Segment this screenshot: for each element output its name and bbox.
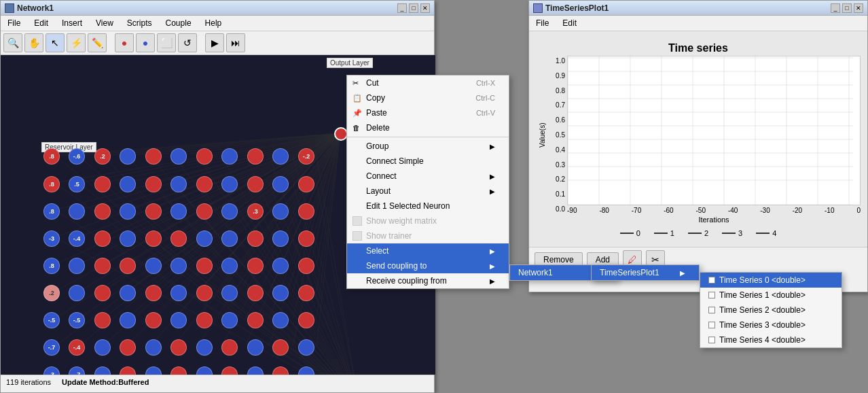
neuron-r8c10[interactable] [272, 339, 289, 356]
neuron-r5c9[interactable] [247, 258, 264, 274]
refresh-button[interactable]: ↺ [178, 33, 197, 52]
neuron-r4c11[interactable] [298, 230, 314, 247]
neuron-r8c2[interactable]: -.4 [69, 339, 85, 356]
ctx-group[interactable]: Group ▶ [347, 139, 509, 154]
neuron-r2c5[interactable] [145, 176, 162, 192]
ts-item-2[interactable]: Time Series 2 <double> [700, 303, 842, 318]
zoom-in-button[interactable]: 🔍 [3, 33, 22, 52]
submenu-timeseriesplot1[interactable]: TimeSeriesPlot1 ▶ [592, 265, 699, 280]
neuron-r8c5[interactable] [145, 339, 162, 356]
neuron-r4c6[interactable] [170, 230, 187, 247]
neuron-r8c9[interactable] [247, 339, 264, 356]
neuron-r3c9[interactable]: .3 [247, 203, 264, 220]
menu-scripts[interactable]: Scripts [123, 17, 156, 29]
neuron-r1c4[interactable] [120, 148, 136, 165]
neuron-r5c2[interactable] [69, 258, 85, 274]
neuron-r5c3[interactable] [94, 258, 111, 274]
ts-menu-file[interactable]: File [532, 17, 553, 29]
ctx-copy[interactable]: 📋 Copy Ctrl-C [347, 90, 509, 105]
neuron-r9c3[interactable] [94, 366, 111, 375]
neuron-r3c11[interactable] [298, 203, 314, 220]
select-button[interactable]: ↖ [46, 33, 65, 52]
ts-menu-edit[interactable]: Edit [558, 17, 581, 29]
neuron-r2c4[interactable] [120, 176, 136, 192]
neuron-r8c7[interactable] [196, 339, 213, 356]
neuron-r1c1[interactable]: .8 [43, 148, 60, 165]
neuron-r7c3[interactable] [94, 312, 111, 328]
ctx-send-coupling[interactable]: Send coupling to ▶ [347, 258, 509, 273]
close-button[interactable]: ✕ [420, 3, 430, 13]
neuron-r2c8[interactable] [221, 176, 238, 192]
neuron-r1c10[interactable] [272, 148, 289, 165]
menu-help[interactable]: Help [201, 17, 226, 29]
neuron-r8c8[interactable] [221, 339, 238, 356]
menu-edit[interactable]: Edit [30, 17, 52, 29]
neuron-r4c3[interactable] [94, 230, 111, 247]
neuron-r7c5[interactable] [145, 312, 162, 328]
neuron-r7c2[interactable]: -.5 [69, 312, 85, 328]
neuron-r4c2[interactable]: -.4 [69, 230, 85, 247]
pan-button[interactable]: ✋ [24, 33, 43, 52]
neuron-r5c8[interactable] [221, 258, 238, 274]
neuron-r5c7[interactable] [196, 258, 213, 274]
neuron-r6c7[interactable] [196, 285, 213, 301]
neuron-r3c5[interactable] [145, 203, 162, 220]
neuron-r6c4[interactable] [120, 285, 136, 301]
neuron-r6c3[interactable] [94, 285, 111, 301]
neuron-r3c8[interactable] [221, 203, 238, 220]
neuron-r1c11[interactable]: -.2 [298, 148, 314, 165]
run-button[interactable]: ▶ [205, 33, 224, 52]
neuron-r9c9[interactable] [247, 366, 264, 375]
neuron-r2c11[interactable] [298, 176, 314, 192]
neuron-r6c8[interactable] [221, 285, 238, 301]
neuron-r1c5[interactable] [145, 148, 162, 165]
maximize-button[interactable]: □ [409, 3, 418, 13]
neuron-r1c9[interactable] [247, 148, 264, 165]
neuron-r7c7[interactable] [196, 312, 213, 328]
neuron-r9c8[interactable] [221, 366, 238, 375]
neuron-r5c10[interactable] [272, 258, 289, 274]
neuron-r6c2[interactable] [69, 285, 85, 301]
neuron-r5c11[interactable] [298, 258, 314, 274]
neuron-r8c3[interactable] [94, 339, 111, 356]
ts-close-button[interactable]: ✕ [854, 3, 863, 13]
eraser-button[interactable]: ⬜ [157, 33, 176, 52]
neuron-r2c2[interactable]: .5 [69, 176, 85, 192]
neuron-r8c4[interactable] [120, 339, 136, 356]
ts-minimize-button[interactable]: _ [831, 3, 840, 13]
ts-item-1[interactable]: Time Series 1 <double> [700, 288, 842, 303]
menu-insert[interactable]: Insert [58, 17, 86, 29]
neuron-r5c5[interactable] [145, 258, 162, 274]
wand-button[interactable]: ⚡ [67, 33, 86, 52]
neuron-r5c4[interactable] [120, 258, 136, 274]
neuron-r1c8[interactable] [221, 148, 238, 165]
neuron-r1c6[interactable] [170, 148, 187, 165]
neuron-r8c6[interactable] [170, 339, 187, 356]
neuron-r3c3[interactable] [94, 203, 111, 220]
neuron-r7c11[interactable] [298, 312, 314, 328]
neuron-r9c11[interactable] [298, 366, 314, 375]
neuron-r1c2[interactable]: -.6 [69, 148, 85, 165]
menu-view[interactable]: View [92, 17, 117, 29]
ctx-connect-simple[interactable]: Connect Simple [347, 154, 509, 169]
neuron-r2c6[interactable] [170, 176, 187, 192]
neuron-r4c10[interactable] [272, 230, 289, 247]
neuron-r6c6[interactable] [170, 285, 187, 301]
neuron-r7c6[interactable] [170, 312, 187, 328]
neuron-r6c5[interactable] [145, 285, 162, 301]
neuron-r2c1[interactable]: .8 [43, 176, 60, 192]
neuron-r7c8[interactable] [221, 312, 238, 328]
neuron-r9c4[interactable] [120, 366, 136, 375]
neuron-r6c10[interactable] [272, 285, 289, 301]
step-button[interactable]: ⏭ [226, 33, 245, 52]
neuron-r3c2[interactable] [69, 203, 85, 220]
draw-button[interactable]: ✏️ [88, 33, 107, 52]
ctx-receive-coupling[interactable]: Receive coupling from ▶ [347, 273, 509, 288]
menu-file[interactable]: File [3, 17, 24, 29]
neuron-r4c8[interactable] [221, 230, 238, 247]
neuron-r3c7[interactable] [196, 203, 213, 220]
neuron-r6c11[interactable] [298, 285, 314, 301]
neuron-r4c1[interactable]: -3 [43, 230, 60, 247]
minimize-button[interactable]: _ [397, 3, 407, 13]
neuron-r2c7[interactable] [196, 176, 213, 192]
